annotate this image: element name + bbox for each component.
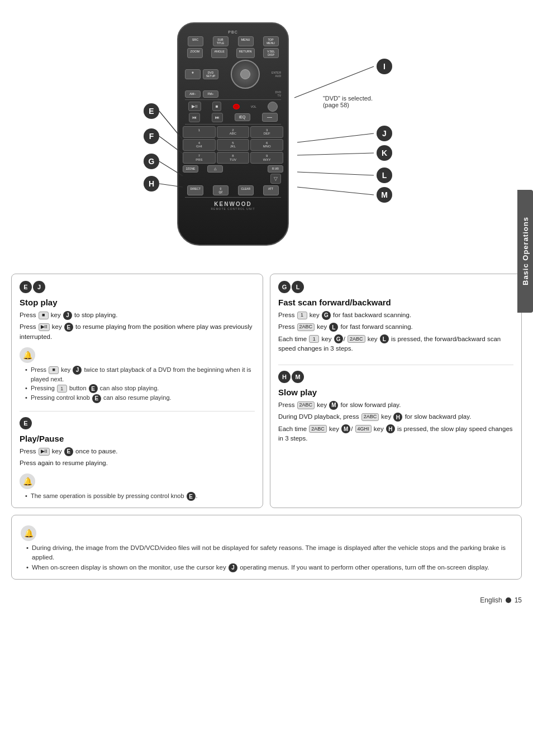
play-pause-line1: Press ▶II key E once to pause. (20, 447, 255, 456)
box-label-E2: E (20, 417, 32, 429)
svg-line-8 (297, 187, 374, 195)
ieq-btn[interactable]: iEQ (235, 113, 250, 121)
num0-btn[interactable]: 0QZ (213, 185, 229, 195)
remote-top-label: PBC (183, 30, 283, 34)
play-pause-bullets: The same operation is possible by pressi… (25, 491, 255, 501)
pp-prefix: Press (20, 448, 36, 454)
nav-center[interactable] (240, 69, 250, 79)
slow-play-header: H M (278, 371, 513, 383)
pp-e-circle: E (64, 447, 73, 456)
play-pause-line2: Press again to resume playing. (20, 458, 255, 468)
fm-btn[interactable]: FM+ (203, 90, 218, 98)
note-icon-1: 🔔 (20, 347, 35, 363)
label-I: I (377, 59, 392, 74)
bullet-2: Pressing 1 button E can also stop playin… (25, 384, 255, 393)
resume-key-icon: ▶II (39, 323, 50, 331)
rvr-btn[interactable]: R.VR (268, 165, 283, 173)
stop-key-icon: ■ (39, 312, 49, 319)
label-E: E (144, 103, 159, 119)
slow-play-line3: Each time 2ABC key M/ 4GHI key H is pres… (278, 424, 513, 444)
stop-play-box: E J Stop play Press ■ key J to stop play… (11, 274, 263, 508)
clear-btn[interactable]: CLEAR (238, 185, 254, 195)
dvd-setup-btn[interactable]: DVDSETUP (203, 69, 218, 79)
info-boxes-row: E J Stop play Press ■ key J to stop play… (11, 274, 522, 508)
svg-line-5 (297, 133, 374, 142)
pause-play-btn[interactable]: ▶II (188, 102, 201, 111)
num7-btn[interactable]: 7PRS (183, 152, 216, 164)
box-label-G: G (278, 281, 291, 293)
footer-lang: English (480, 596, 502, 604)
label-G: G (144, 154, 159, 169)
box-label-H: H (278, 371, 291, 383)
e-label: E (20, 417, 32, 429)
scan-row: ⏮ ⏭ iEQ — (183, 113, 283, 122)
num6-btn[interactable]: 6MNO (250, 139, 283, 151)
resume-e-circle: E (64, 323, 73, 332)
menu-btn[interactable]: MENU (238, 36, 254, 46)
minus-btn[interactable]: — (262, 113, 278, 122)
return-btn[interactable]: RETURN (236, 48, 255, 58)
pp-bullet: The same operation is possible by pressi… (25, 491, 255, 501)
bottom-note-box: 🔔 During driving, the image from the DVD… (11, 515, 522, 580)
direct-btn[interactable]: DIRECT (187, 185, 203, 195)
fast-scan-line1: Press 1 key G for fast backward scanning… (278, 310, 513, 320)
am-btn[interactable]: AM– (185, 90, 201, 98)
bottom-bullet-2: When on-screen display is shown on the m… (26, 563, 512, 572)
box-label-J: J (33, 281, 45, 293)
note-icon-2: 🔔 (20, 473, 35, 489)
src-btn[interactable]: SRC (188, 36, 203, 46)
remote-brand-sub: REMOTE CONTROL UNIT (183, 207, 283, 210)
svg-line-4 (294, 66, 374, 98)
page-footer: English 15 (0, 592, 533, 609)
num3-btn[interactable]: 3DEF (250, 126, 283, 138)
label-M: M (377, 187, 392, 203)
stop-prefix-2: Press (20, 323, 36, 330)
bottom-bullet-1: During driving, the image from the DVD/V… (26, 543, 512, 563)
stop-btn[interactable]: ■ (212, 102, 222, 111)
zoom-btn[interactable]: ZOOM (187, 48, 203, 58)
remote-section: E F G H I J K L M "DVD" is selected. (pa… (0, 0, 533, 268)
stop-prefix-1: Press (20, 312, 36, 318)
remote-row1: SRC SUBTITLE MENU TOPMENU (183, 36, 283, 46)
num4-btn[interactable]: 4GHI (183, 139, 216, 151)
topmenu-btn[interactable]: TOPMENU (263, 36, 279, 46)
slow-play-line1: Press 2ABC key M for slow forward play. (278, 400, 513, 410)
num2-btn[interactable]: 2ABC (217, 126, 250, 138)
play-pause-title: Play/Pause (20, 434, 255, 443)
fast-scan-box: G L Fast scan forward/backward Press 1 k… (270, 274, 522, 508)
dvd-note-text: "DVD" is selected. (323, 95, 373, 102)
slow-play-line2: During DVD playback, press 2ABC key H fo… (278, 412, 513, 422)
prev-btn[interactable]: ⏮ (189, 113, 200, 122)
stop-j-circle: J (63, 311, 72, 320)
vsel-disp-btn[interactable]: V.SELDISP (263, 48, 279, 58)
fast-scan-title: Fast scan forward/backward (278, 298, 513, 307)
label-K: K (377, 145, 392, 161)
gl-labels: G L (278, 281, 304, 293)
stop-play-bullets: Press ■ key J twice to start playback of… (25, 365, 255, 403)
page-number: English 15 (480, 596, 522, 604)
asterisk-btn[interactable]: * (185, 69, 201, 79)
eject-btn[interactable]: △ (207, 165, 223, 173)
pp-key-icon: ▶II (39, 448, 50, 456)
nav-circle[interactable] (231, 60, 260, 89)
bottom-btn-row: DIRECT 0QZ CLEAR ATT (183, 185, 283, 195)
num9-btn[interactable]: 9WXY (250, 152, 283, 164)
zone-btn[interactable]: 2ZONE (183, 165, 198, 173)
rec-btn[interactable] (233, 104, 240, 109)
stop-play-line1: Press ■ key J to stop playing. (20, 310, 255, 320)
num8-btn[interactable]: 8TUV (217, 152, 250, 164)
down-arrow-btn[interactable]: ▽ (270, 174, 281, 184)
svg-line-6 (297, 153, 374, 155)
remote-row2: ZOOM ANGLE RETURN V.SELDISP (183, 48, 283, 58)
subtitle-btn[interactable]: SUBTITLE (213, 36, 229, 46)
bottom-note-icon: 🔔 (21, 525, 36, 541)
next-btn[interactable]: ⏭ (212, 113, 223, 122)
content-area: E J Stop play Press ■ key J to stop play… (0, 268, 533, 592)
att-btn[interactable]: ATT (263, 185, 279, 195)
num1-btn[interactable]: 1 (183, 126, 216, 138)
fast-scan-line3: Each time 1 key G/ 2ABC key L is pressed… (278, 334, 513, 354)
num5-btn[interactable]: 5JKL (217, 139, 250, 151)
remote-wrapper: E F G H I J K L M "DVD" is selected. (pa… (110, 17, 423, 257)
angle-btn[interactable]: ANGLE (211, 48, 227, 58)
bottom-bullets: During driving, the image from the DVD/V… (26, 543, 512, 572)
